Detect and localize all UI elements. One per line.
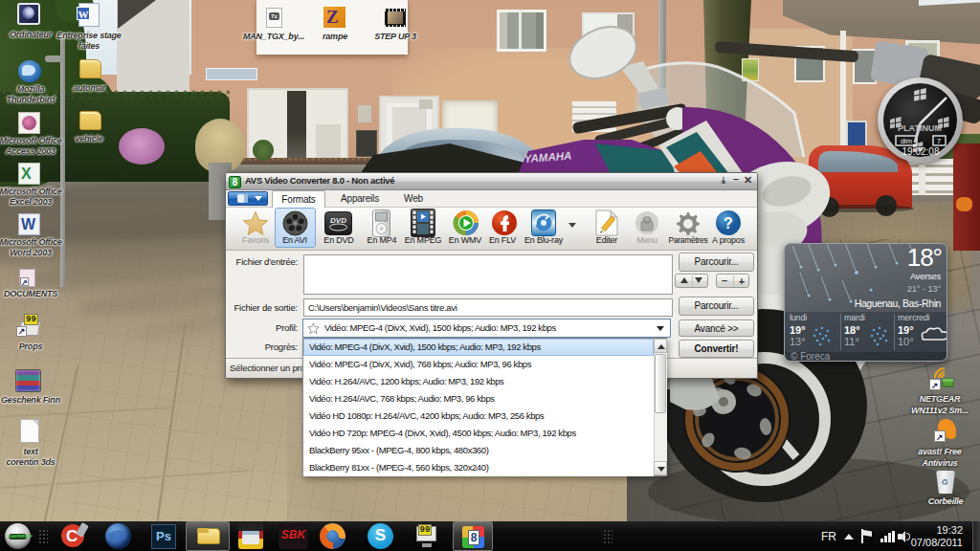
svg-text:?: ?	[724, 215, 733, 231]
